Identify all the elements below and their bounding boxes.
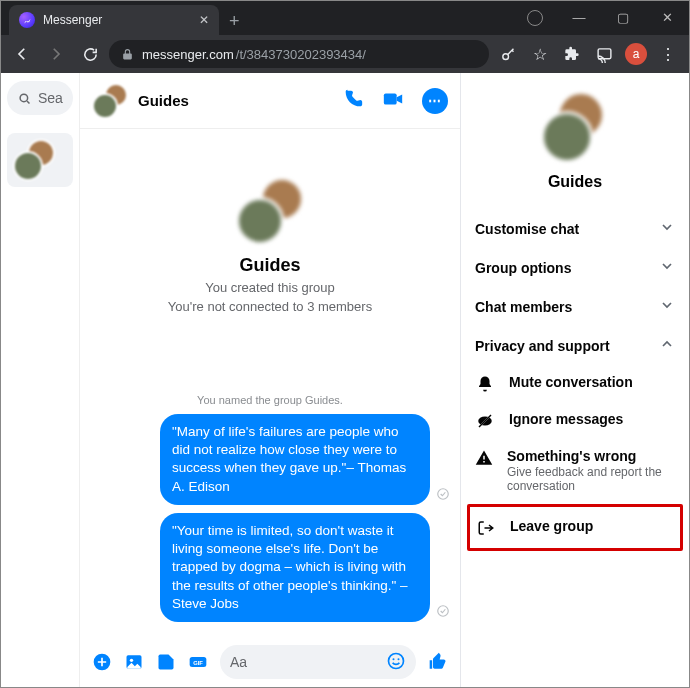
lock-icon bbox=[121, 48, 134, 61]
conversation-sidebar: Sea bbox=[1, 73, 79, 687]
photo-button[interactable] bbox=[124, 652, 144, 672]
add-button[interactable] bbox=[92, 652, 112, 672]
bell-icon bbox=[475, 374, 495, 393]
svg-rect-1 bbox=[598, 48, 611, 58]
conversation-column: Guides ⋯ Guides You created this group Y… bbox=[79, 73, 461, 687]
composer-placeholder: Aa bbox=[230, 654, 247, 670]
group-name-heading: Guides bbox=[239, 255, 300, 276]
action-label: Mute conversation bbox=[509, 374, 633, 390]
svg-point-11 bbox=[389, 653, 404, 668]
panel-title: Guides bbox=[469, 173, 681, 191]
message-input[interactable]: Aa bbox=[220, 645, 416, 679]
bookmark-star-icon[interactable]: ☆ bbox=[525, 39, 555, 69]
sent-message-bubble[interactable]: "Many of life's failures are people who … bbox=[160, 414, 430, 505]
url-path: /t/3843730202393434/ bbox=[236, 47, 366, 62]
warning-icon bbox=[475, 448, 493, 467]
svg-point-13 bbox=[398, 658, 400, 660]
conversation-title: Guides bbox=[138, 92, 189, 109]
audio-call-button[interactable] bbox=[342, 88, 364, 114]
window-close-button[interactable]: ✕ bbox=[645, 1, 689, 35]
conversation-info-button[interactable]: ⋯ bbox=[422, 88, 448, 114]
group-avatar-icon bbox=[13, 139, 55, 181]
video-call-button[interactable] bbox=[382, 88, 404, 114]
new-tab-button[interactable]: + bbox=[219, 1, 250, 35]
section-label: Group options bbox=[475, 260, 571, 276]
section-label: Customise chat bbox=[475, 221, 579, 237]
browser-menu-button[interactable]: ⋮ bbox=[653, 39, 683, 69]
svg-point-12 bbox=[393, 658, 395, 660]
action-label: Something's wrong bbox=[507, 448, 675, 464]
like-button[interactable] bbox=[428, 652, 448, 672]
svg-point-0 bbox=[502, 53, 508, 59]
details-panel: Guides Customise chat Group options Chat… bbox=[461, 73, 689, 687]
ignore-messages-button[interactable]: Ignore messages bbox=[469, 402, 681, 439]
svg-rect-3 bbox=[384, 93, 397, 104]
browser-tab[interactable]: Messenger ✕ bbox=[9, 5, 219, 35]
section-label: Privacy and support bbox=[475, 338, 610, 354]
browser-titlebar: Messenger ✕ + — ▢ ✕ bbox=[1, 1, 689, 35]
key-icon[interactable] bbox=[493, 39, 523, 69]
profile-button[interactable]: a bbox=[621, 39, 651, 69]
media-indicator-icon bbox=[513, 10, 557, 26]
message-row: "Your time is limited, so don't waste it… bbox=[90, 513, 450, 622]
thread-item-guides[interactable] bbox=[7, 133, 73, 187]
browser-toolbar: messenger.com/t/3843730202393434/ ☆ a ⋮ bbox=[1, 35, 689, 73]
emoji-picker-button[interactable] bbox=[386, 651, 406, 674]
delivered-check-icon bbox=[436, 487, 450, 505]
section-group-options[interactable]: Group options bbox=[469, 248, 681, 287]
svg-point-2 bbox=[20, 94, 28, 102]
close-tab-icon[interactable]: ✕ bbox=[199, 13, 209, 27]
extensions-icon[interactable] bbox=[557, 39, 587, 69]
back-button[interactable] bbox=[7, 39, 37, 69]
svg-point-5 bbox=[438, 606, 449, 617]
tab-title: Messenger bbox=[43, 13, 102, 27]
svg-text:GIF: GIF bbox=[193, 660, 203, 666]
gif-button[interactable]: GIF bbox=[188, 652, 208, 672]
delivered-check-icon bbox=[436, 604, 450, 622]
group-avatar-icon bbox=[236, 177, 304, 245]
conversation-body: Guides You created this group You're not… bbox=[80, 129, 460, 641]
ignore-icon bbox=[475, 411, 495, 430]
conversation-header: Guides ⋯ bbox=[80, 73, 460, 129]
chevron-down-icon bbox=[659, 258, 675, 277]
sent-message-bubble[interactable]: "Your time is limited, so don't waste it… bbox=[160, 513, 430, 622]
chevron-down-icon bbox=[659, 219, 675, 238]
mute-conversation-button[interactable]: Mute conversation bbox=[469, 365, 681, 402]
leave-group-highlight: Leave group bbox=[467, 504, 683, 551]
cast-icon[interactable] bbox=[589, 39, 619, 69]
window-maximize-button[interactable]: ▢ bbox=[601, 1, 645, 35]
somethings-wrong-button[interactable]: Something's wrong Give feedback and repo… bbox=[469, 439, 681, 502]
url-host: messenger.com bbox=[142, 47, 234, 62]
messenger-favicon-icon bbox=[19, 12, 35, 28]
address-bar[interactable]: messenger.com/t/3843730202393434/ bbox=[109, 40, 489, 68]
messenger-app: Sea Guides ⋯ Guides You created this gro… bbox=[1, 73, 689, 687]
svg-point-8 bbox=[130, 659, 133, 662]
search-input[interactable]: Sea bbox=[7, 81, 73, 115]
system-message: You named the group Guides. bbox=[197, 394, 343, 406]
sticker-button[interactable] bbox=[156, 652, 176, 672]
message-row: "Many of life's failures are people who … bbox=[90, 414, 450, 505]
connected-text: You're not connected to 3 members bbox=[168, 299, 372, 314]
forward-button[interactable] bbox=[41, 39, 71, 69]
reload-button[interactable] bbox=[75, 39, 105, 69]
leave-icon bbox=[476, 518, 496, 537]
action-sublabel: Give feedback and report the conversatio… bbox=[507, 465, 675, 493]
leave-group-button[interactable]: Leave group bbox=[470, 509, 680, 546]
created-text: You created this group bbox=[205, 280, 335, 295]
svg-point-4 bbox=[438, 489, 449, 500]
group-avatar-icon bbox=[539, 91, 611, 163]
action-label: Leave group bbox=[510, 518, 593, 534]
section-privacy-support[interactable]: Privacy and support bbox=[469, 326, 681, 365]
section-label: Chat members bbox=[475, 299, 572, 315]
window-controls: — ▢ ✕ bbox=[513, 1, 689, 35]
window-minimize-button[interactable]: — bbox=[557, 1, 601, 35]
search-placeholder: Sea bbox=[38, 90, 63, 106]
action-label: Ignore messages bbox=[509, 411, 623, 427]
search-icon bbox=[17, 91, 32, 106]
section-customise-chat[interactable]: Customise chat bbox=[469, 209, 681, 248]
group-avatar-icon bbox=[92, 83, 128, 119]
chevron-down-icon bbox=[659, 297, 675, 316]
section-chat-members[interactable]: Chat members bbox=[469, 287, 681, 326]
message-composer: GIF Aa bbox=[80, 641, 460, 687]
chevron-up-icon bbox=[659, 336, 675, 355]
